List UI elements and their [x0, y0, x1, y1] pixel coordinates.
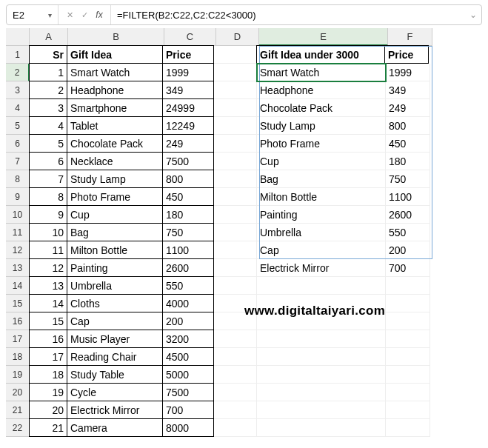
- cell-sr[interactable]: 15: [29, 312, 67, 330]
- cell-sr[interactable]: 2: [29, 81, 67, 99]
- row-header[interactable]: 21: [6, 401, 30, 419]
- cell-sr[interactable]: 14: [29, 294, 67, 312]
- cell-gift[interactable]: Cap: [67, 312, 163, 330]
- cell-gift[interactable]: Umbrella: [67, 276, 163, 295]
- cell[interactable]: [214, 348, 257, 366]
- cancel-icon[interactable]: ✕: [63, 8, 76, 21]
- row-header[interactable]: 15: [6, 295, 30, 312]
- select-all-corner[interactable]: [6, 28, 30, 46]
- cell-price-filtered[interactable]: 450: [386, 135, 430, 153]
- row-header[interactable]: 2: [6, 64, 30, 81]
- cell-gift[interactable]: Music Player: [67, 330, 163, 348]
- cell-price[interactable]: 2600: [162, 258, 214, 277]
- expand-formula-icon[interactable]: ⌄: [465, 10, 481, 20]
- row-header[interactable]: 18: [6, 348, 30, 366]
- cell[interactable]: [214, 330, 257, 348]
- cell-price-filtered[interactable]: [386, 401, 430, 419]
- cell-sr[interactable]: 13: [29, 276, 67, 295]
- cell-price[interactable]: 450: [162, 187, 214, 206]
- cell-sr[interactable]: 1: [29, 63, 67, 81]
- col-header-A[interactable]: A: [30, 28, 68, 46]
- cell-gift-filtered[interactable]: Headphone: [257, 81, 386, 99]
- cell[interactable]: [214, 241, 257, 259]
- chevron-down-icon[interactable]: ▾: [48, 11, 52, 19]
- cell-price[interactable]: 1999: [162, 63, 214, 81]
- cell-gift-filtered[interactable]: Milton Bottle: [257, 188, 386, 206]
- cell-price-filtered[interactable]: 550: [386, 224, 430, 241]
- cell-gift[interactable]: Study Lamp: [67, 170, 163, 188]
- cell-price[interactable]: 7500: [162, 152, 214, 170]
- cell[interactable]: [214, 188, 257, 206]
- row-header[interactable]: 8: [6, 170, 30, 188]
- cell-gift-filtered[interactable]: [257, 277, 386, 295]
- cell[interactable]: [214, 153, 257, 170]
- cell-gift[interactable]: Necklace: [67, 152, 163, 170]
- cell-gift-filtered[interactable]: Photo Frame: [257, 135, 386, 153]
- col-header-C[interactable]: C: [164, 28, 216, 46]
- cell-price[interactable]: 8000: [162, 418, 214, 437]
- cell-sr[interactable]: 3: [29, 98, 67, 117]
- cell-price-filtered[interactable]: [386, 419, 430, 437]
- cell-price-filtered[interactable]: 1999: [386, 64, 430, 81]
- confirm-icon[interactable]: ✓: [78, 8, 91, 21]
- cell-gift-filtered[interactable]: Study Lamp: [257, 117, 386, 135]
- row-header[interactable]: 22: [6, 419, 30, 437]
- row-header[interactable]: 7: [6, 153, 30, 170]
- cell-gift[interactable]: Cycle: [67, 383, 163, 401]
- cell-gift[interactable]: Headphone: [67, 81, 163, 99]
- cell-gift[interactable]: Reading Chair: [67, 347, 163, 366]
- col-header-B[interactable]: B: [68, 28, 164, 46]
- cell-sr[interactable]: 21: [29, 418, 67, 437]
- cell-gift-filtered[interactable]: Chocolate Pack: [257, 99, 386, 117]
- cell-price[interactable]: 12249: [162, 116, 214, 135]
- cell-gift[interactable]: Bag: [67, 223, 163, 241]
- cell-price-filtered[interactable]: 2600: [386, 206, 430, 224]
- cell-gift[interactable]: Camera: [67, 418, 163, 437]
- row-header[interactable]: 13: [6, 259, 30, 277]
- cell-price-filtered[interactable]: [386, 295, 430, 312]
- cell-price[interactable]: 180: [162, 205, 214, 224]
- cell-header-price[interactable]: Price: [162, 45, 214, 64]
- cell-price[interactable]: 200: [162, 312, 214, 330]
- cell-price-filtered[interactable]: 349: [386, 81, 430, 99]
- cell-sr[interactable]: 4: [29, 116, 67, 135]
- cell-gift-filtered[interactable]: [257, 384, 386, 401]
- row-header[interactable]: 19: [6, 366, 30, 384]
- cell-price[interactable]: 3200: [162, 330, 214, 348]
- row-header[interactable]: 20: [6, 384, 30, 401]
- cell-price-filtered[interactable]: 800: [386, 117, 430, 135]
- cell-price[interactable]: 249: [162, 134, 214, 153]
- cell-sr[interactable]: 10: [29, 223, 67, 241]
- cell-header-price-filtered[interactable]: Price: [384, 45, 429, 64]
- cell-sr[interactable]: 6: [29, 152, 67, 170]
- col-header-F[interactable]: F: [388, 28, 432, 46]
- cell[interactable]: [214, 277, 257, 295]
- cell[interactable]: [214, 384, 257, 401]
- cell-sr[interactable]: 19: [29, 383, 67, 401]
- row-header[interactable]: 11: [6, 224, 30, 241]
- cell-price-filtered[interactable]: 1100: [386, 188, 430, 206]
- cell-gift[interactable]: Smart Watch: [67, 63, 163, 81]
- cell[interactable]: [214, 135, 257, 153]
- cell-gift-filtered[interactable]: [257, 330, 386, 348]
- row-header[interactable]: 3: [6, 81, 30, 99]
- cell-price[interactable]: 349: [162, 81, 214, 99]
- cell-gift-filtered[interactable]: [257, 401, 386, 419]
- cell-price-filtered[interactable]: [386, 366, 430, 384]
- cell-gift[interactable]: Smartphone: [67, 98, 163, 117]
- cell-gift-filtered[interactable]: Cap: [257, 241, 386, 259]
- cell-gift[interactable]: Milton Bottle: [67, 241, 163, 259]
- cell[interactable]: [214, 46, 257, 64]
- row-header[interactable]: 16: [6, 312, 30, 330]
- row-header[interactable]: 12: [6, 241, 30, 259]
- cell-gift-filtered[interactable]: Electrick Mirror: [257, 259, 386, 277]
- cell[interactable]: [214, 224, 257, 241]
- cell-gift[interactable]: Painting: [67, 258, 163, 277]
- cell-gift[interactable]: Cloths: [67, 294, 163, 312]
- cell-price-filtered[interactable]: [386, 312, 430, 330]
- cell-price[interactable]: 700: [162, 401, 214, 419]
- cell-gift-filtered[interactable]: [257, 366, 386, 384]
- cell-gift[interactable]: Electrick Mirror: [67, 401, 163, 419]
- cell-price-filtered[interactable]: [386, 384, 430, 401]
- cell-sr[interactable]: 18: [29, 365, 67, 384]
